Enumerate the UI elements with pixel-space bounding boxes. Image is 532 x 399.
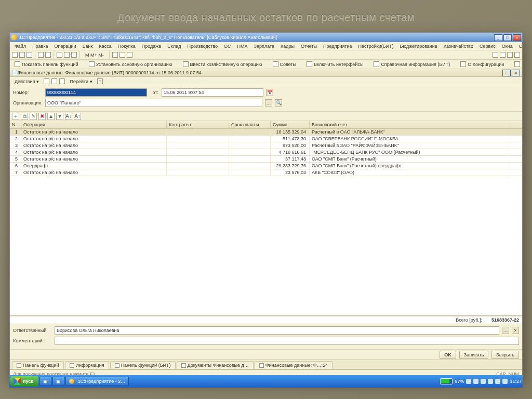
- toolbar-button[interactable]: Показать панель функций: [12, 60, 81, 68]
- clock[interactable]: 11:27: [510, 379, 522, 384]
- tray-icon[interactable]: [466, 379, 471, 384]
- table-row[interactable]: 6Овердрафт29 283 729,76ОАО "СМП Банк" (Р…: [10, 163, 522, 169]
- taskbar[interactable]: пуск ▣ ▣ 1С:Предприятие - 2… 97% 11:27: [9, 375, 523, 388]
- tray-icon[interactable]: [481, 379, 486, 384]
- tray-icon[interactable]: [502, 379, 508, 384]
- table-row[interactable]: 4Остаток на р/с на начало4 718 616,61"МЕ…: [10, 149, 522, 156]
- window-tab[interactable]: Документы Финансовые д…: [177, 361, 254, 369]
- sort-desc-button[interactable]: A↑: [74, 113, 81, 120]
- table-row[interactable]: 5Остаток на р/с на начало37 117,48ОАО "С…: [10, 156, 522, 163]
- toolbar-button[interactable]: Советы: [270, 60, 299, 68]
- toolbar-icon[interactable]: [12, 52, 18, 58]
- menu-item[interactable]: НМА: [235, 44, 250, 49]
- col-op[interactable]: Операция: [21, 121, 167, 128]
- col-contragent[interactable]: Контрагент: [167, 121, 229, 128]
- menu-item[interactable]: Производство: [184, 44, 220, 49]
- col-n[interactable]: N: [10, 121, 21, 128]
- table-row[interactable]: 2Остаток на р/с на начало511 478,30ОАО "…: [10, 136, 522, 142]
- window-tab[interactable]: Информация: [65, 361, 109, 369]
- menu-item[interactable]: Бюджетирование: [397, 44, 440, 49]
- menu-item[interactable]: Банк: [80, 44, 96, 49]
- doc-restore-button[interactable]: □: [502, 70, 511, 76]
- col-sum[interactable]: Сумма: [271, 121, 310, 128]
- close-button[interactable]: Закрыть: [491, 351, 519, 359]
- table-row[interactable]: 1Остаток на р/с на начало16 135 329,04Ра…: [10, 129, 522, 136]
- responsible-input[interactable]: Борисова Ольга Николаевна: [55, 326, 499, 335]
- toolbar-button[interactable]: О Конфигурации: [458, 60, 507, 68]
- menu-item[interactable]: Предприятие: [321, 44, 354, 49]
- toolbar-button[interactable]: Система лицензирования: [512, 60, 522, 68]
- menu-item[interactable]: Файл: [12, 44, 29, 49]
- window-titlebar[interactable]: 1С:Предприятие - 2.0.21.1/2.8.2.6.F :: S…: [10, 33, 522, 42]
- menu-item[interactable]: Касса: [96, 44, 114, 49]
- menu-item[interactable]: Операции: [52, 44, 79, 49]
- doc-close-button[interactable]: ×: [512, 70, 520, 76]
- tray-icon[interactable]: [488, 379, 493, 384]
- system-tray[interactable]: 97% 11:27: [440, 378, 522, 384]
- save-button[interactable]: Записать: [459, 351, 488, 359]
- toolbar-icon[interactable]: [112, 52, 118, 58]
- date-input[interactable]: 15.06.2011 9:07:54: [162, 88, 263, 97]
- add-row-button[interactable]: ＋: [12, 113, 19, 120]
- tb-mplus[interactable]: M M+ M-: [83, 51, 107, 59]
- menu-item[interactable]: Зарплата: [251, 44, 277, 49]
- toolbar-icon[interactable]: [71, 52, 77, 58]
- menu-item[interactable]: Покупка: [115, 44, 138, 49]
- close-button[interactable]: ×: [513, 34, 521, 41]
- toolbar-button[interactable]: Справочная информация (БИТ): [371, 60, 453, 68]
- toolbar-icon[interactable]: [44, 78, 49, 84]
- toolbar-button[interactable]: Ввести хозяйственную операцию: [180, 60, 265, 68]
- toolbar-icon[interactable]: [127, 52, 132, 58]
- col-date[interactable]: Срок оплаты: [229, 121, 271, 128]
- org-select-button[interactable]: …: [265, 99, 272, 107]
- start-button[interactable]: пуск: [10, 376, 38, 387]
- menu-item[interactable]: Сервис: [477, 44, 498, 49]
- responsible-select-button[interactable]: …: [502, 327, 509, 334]
- menu-item[interactable]: Окна: [499, 44, 515, 49]
- menu-item[interactable]: ОС: [221, 44, 234, 49]
- toolbar-icon[interactable]: [51, 78, 57, 84]
- ok-button[interactable]: OK: [440, 351, 456, 359]
- tray-icon[interactable]: [473, 379, 478, 384]
- help-icon[interactable]: ?: [97, 78, 103, 84]
- responsible-clear-button[interactable]: ×: [512, 327, 519, 334]
- minimize-button[interactable]: _: [494, 34, 502, 41]
- toolbar-icon[interactable]: [500, 52, 506, 58]
- window-tab[interactable]: Финансовые данные: Ф…:54: [255, 361, 332, 369]
- toolbar-icon[interactable]: [45, 52, 51, 58]
- menu-item[interactable]: Склад: [165, 44, 183, 49]
- date-picker-button[interactable]: 📅: [266, 89, 273, 96]
- org-input[interactable]: ООО "Панавто": [45, 99, 262, 107]
- toolbar-icon[interactable]: [59, 78, 65, 84]
- window-tab[interactable]: Панель функций (БИТ): [110, 361, 176, 369]
- menu-item[interactable]: Кадры: [278, 44, 297, 49]
- edit-row-button[interactable]: ✎: [30, 113, 37, 120]
- sort-asc-button[interactable]: A↓: [65, 113, 72, 120]
- toolbar-button[interactable]: Установить основную организацию: [86, 60, 175, 68]
- menu-item[interactable]: Справка: [516, 44, 522, 49]
- battery-indicator[interactable]: [440, 378, 453, 384]
- grid-blank[interactable]: [10, 176, 522, 315]
- menu-item[interactable]: Казначейство: [441, 44, 476, 49]
- move-down-button[interactable]: ▼: [56, 113, 63, 120]
- menu-item[interactable]: Правка: [30, 44, 50, 49]
- window-tab[interactable]: Панель функций: [12, 361, 64, 369]
- toolbar-icon[interactable]: [507, 52, 513, 58]
- toolbar-icon[interactable]: [57, 52, 62, 58]
- table-row[interactable]: 3Остаток на р/с на начало973 520,00Расче…: [10, 142, 522, 149]
- menu-item[interactable]: Настройки(БИТ): [356, 44, 396, 49]
- org-open-button[interactable]: 🔍: [275, 99, 282, 107]
- toolbar-icon[interactable]: [38, 52, 44, 58]
- data-grid[interactable]: N Операция Контрагент Срок оплаты Сумма …: [10, 121, 522, 316]
- maximize-button[interactable]: □: [503, 34, 512, 41]
- menu-item[interactable]: Отчеты: [298, 44, 320, 49]
- table-row[interactable]: 7Остаток на р/с на начало23 576,03АКБ "С…: [10, 169, 522, 176]
- toolbar-icon[interactable]: [26, 52, 32, 58]
- toolbar-icon[interactable]: [19, 52, 25, 58]
- goto-button[interactable]: Перейти ▾: [67, 78, 95, 85]
- toolbar-icon[interactable]: [514, 52, 520, 58]
- toolbar-icon[interactable]: [493, 52, 498, 58]
- toolbar-button[interactable]: Включить интерфейсы: [304, 60, 366, 68]
- toolbar-icon[interactable]: [64, 52, 70, 58]
- tray-icon[interactable]: [495, 379, 500, 384]
